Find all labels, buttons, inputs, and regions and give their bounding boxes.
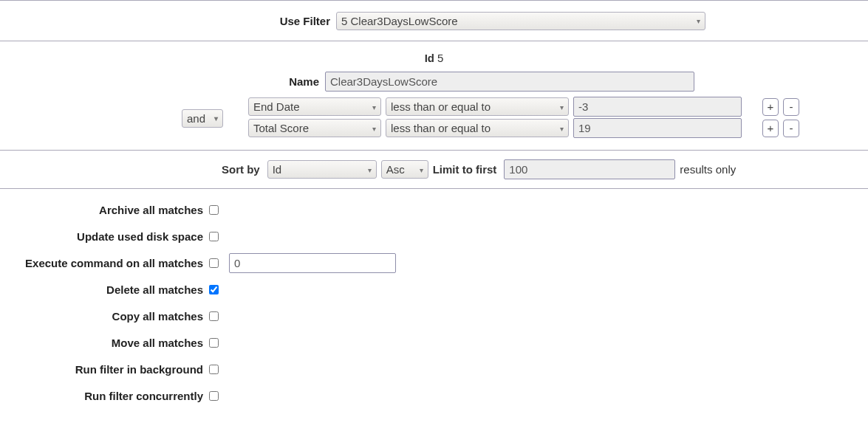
copy-all-label: Copy all matches: [0, 310, 209, 323]
rule-op-select-0[interactable]: less than or equal to: [386, 97, 569, 116]
delete-all-label: Delete all matches: [0, 283, 209, 296]
rule-value-input-1[interactable]: [573, 118, 742, 138]
id-value: 5: [437, 52, 443, 64]
move-all-label: Move all matches: [0, 337, 209, 349]
rule-remove-button-1[interactable]: -: [783, 120, 799, 137]
run-background-label: Run filter in background: [0, 363, 209, 376]
delete-all-checkbox[interactable]: [209, 285, 219, 294]
run-concurrent-checkbox[interactable]: [209, 391, 219, 401]
exec-cmd-checkbox[interactable]: [209, 258, 219, 268]
use-filter-select[interactable]: 5 Clear3DaysLowScore: [336, 12, 705, 30]
use-filter-label: Use Filter: [0, 15, 336, 27]
sort-by-label: Sort by: [222, 163, 263, 176]
logic-select[interactable]: and: [182, 109, 223, 128]
rule-add-button-1[interactable]: +: [762, 120, 779, 137]
move-all-checkbox[interactable]: [209, 338, 219, 348]
limit-suffix: results only: [680, 163, 736, 176]
run-concurrent-label: Run filter concurrently: [0, 390, 209, 402]
rule-op-select-1[interactable]: less than or equal to: [386, 119, 569, 137]
run-background-checkbox[interactable]: [209, 365, 219, 374]
update-disk-checkbox[interactable]: [209, 232, 219, 241]
name-input[interactable]: [325, 72, 694, 92]
rule-field-select-0[interactable]: End Date: [248, 97, 381, 116]
exec-cmd-input[interactable]: [229, 253, 396, 273]
rule-value-input-0[interactable]: [573, 97, 742, 117]
rule-remove-button-0[interactable]: -: [783, 98, 799, 116]
limit-input[interactable]: [504, 159, 675, 179]
rule-field-select-1[interactable]: Total Score: [248, 119, 381, 137]
sort-dir-select[interactable]: Asc: [381, 160, 428, 179]
limit-label: Limit to first: [433, 163, 500, 176]
exec-cmd-label: Execute command on all matches: [0, 257, 209, 269]
name-label: Name: [0, 75, 325, 88]
id-label: Id: [425, 52, 434, 64]
archive-label: Archive all matches: [0, 204, 209, 216]
copy-all-checkbox[interactable]: [209, 311, 219, 321]
update-disk-label: Update used disk space: [0, 230, 209, 243]
rule-add-button-0[interactable]: +: [762, 98, 779, 116]
sort-field-select[interactable]: Id: [267, 160, 377, 179]
archive-checkbox[interactable]: [209, 205, 219, 215]
